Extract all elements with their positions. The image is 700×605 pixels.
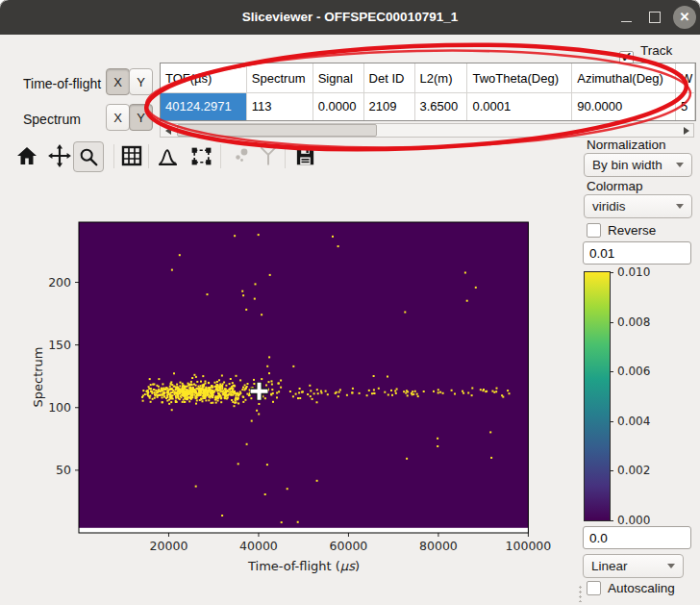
normalization-label: Normalization	[587, 138, 666, 152]
column-header: W	[676, 63, 695, 93]
toolbar-separator	[220, 144, 221, 168]
dimension-label-time-of-flight: Time-of-flight	[23, 76, 101, 91]
close-button[interactable]: ✕	[670, 0, 699, 35]
column-header: TOF(µs)	[161, 63, 247, 93]
right-arrow-icon	[684, 127, 689, 135]
table-cell[interactable]: 5	[676, 93, 695, 120]
region-selection-button[interactable]	[187, 141, 215, 170]
cursor-info-table[interactable]: TOF(µs)SpectrumSignalDet IDL2(m)TwoTheta…	[160, 63, 696, 121]
dimension-label-spectrum: Spectrum	[23, 112, 81, 127]
y-tick-label: 200	[48, 275, 71, 290]
zoom-button[interactable]	[73, 141, 104, 172]
colorbar-tick	[610, 371, 613, 372]
axes-spines	[79, 222, 528, 533]
colorbar-min-input[interactable]	[583, 526, 691, 549]
normalization-value: By bin width	[592, 158, 676, 172]
pan-button[interactable]	[45, 141, 74, 170]
scrollbar-track[interactable]	[175, 124, 679, 137]
cursor-crosshair-outline	[250, 382, 268, 400]
autoscaling-label: Autoscaling	[608, 581, 675, 595]
time-of-flight-y-button[interactable]: Y	[129, 68, 153, 95]
reverse-label: Reverse	[608, 223, 656, 238]
colorbar-tick	[610, 322, 613, 323]
time-of-flight-x-button[interactable]: X	[106, 68, 130, 95]
peaks-overlay-icon	[256, 143, 281, 168]
colorbar-tick	[610, 421, 613, 422]
colorbar[interactable]	[585, 272, 610, 520]
x-tick-label: 20000	[150, 539, 188, 553]
home-button[interactable]	[12, 141, 41, 170]
scatter-points	[141, 234, 511, 523]
spectrum-y-button[interactable]: Y	[129, 104, 153, 131]
non-orthogonal-view-button[interactable]	[227, 141, 256, 170]
y-axis-label: Spectrum	[31, 347, 45, 408]
scrollbar-left-arrow[interactable]	[161, 124, 175, 137]
autoscaling-checkbox-box[interactable]	[587, 581, 601, 595]
cursor-crosshair	[251, 383, 268, 400]
reverse-checkbox[interactable]: Reverse	[587, 223, 656, 238]
chevron-down-icon	[676, 163, 684, 167]
x-tick-label: 40000	[239, 539, 278, 553]
y-tick-label: 100	[48, 400, 71, 415]
column-header: Det ID	[364, 63, 415, 93]
peaks-overlay-button[interactable]	[254, 141, 283, 170]
table-cell[interactable]: 90.0000	[572, 93, 676, 120]
reverse-checkbox-box[interactable]	[587, 223, 601, 238]
pan-icon	[47, 143, 72, 168]
chevron-down-icon	[667, 564, 675, 568]
grid-icon	[120, 144, 143, 167]
colormap-dropdown[interactable]: viridis	[584, 194, 692, 218]
autoscaling-checkbox[interactable]: Autoscaling	[587, 581, 675, 595]
table-cell[interactable]: 0.0001	[467, 93, 572, 120]
colorbar-tick-label: 0.004	[617, 415, 650, 428]
table-cell[interactable]: 40124.2971	[161, 93, 247, 120]
colorbar-tick	[610, 520, 613, 521]
plot-data-area[interactable]	[79, 222, 528, 533]
normalization-dropdown[interactable]: By bin width	[584, 153, 692, 177]
column-header: Spectrum	[247, 63, 313, 93]
table-cell[interactable]: 3.6500	[415, 93, 468, 120]
left-arrow-icon	[165, 127, 171, 135]
grid-button[interactable]	[117, 141, 146, 170]
colorbar-tick-label: 0.006	[617, 365, 650, 378]
no-data-band	[79, 528, 528, 533]
colorbar-max-input[interactable]	[583, 241, 691, 265]
x-tick-label: 60000	[330, 539, 368, 553]
non-orthogonal-view-icon	[230, 144, 253, 167]
close-icon: ✕	[673, 6, 696, 29]
zoom-icon	[78, 146, 99, 167]
home-icon	[15, 144, 38, 167]
chevron-down-icon	[676, 204, 684, 209]
table-cell[interactable]: 0.0000	[313, 93, 364, 120]
x-axis-label: Time-of-flight (µs)	[247, 559, 360, 573]
colorbar-tick-label: 0.010	[617, 265, 650, 279]
scrollbar-thumb[interactable]	[177, 124, 377, 137]
y-tick-label: 150	[48, 338, 71, 352]
colorbar-tick	[610, 272, 613, 273]
toolbar-separator	[113, 144, 114, 168]
maximize-button[interactable]	[642, 0, 667, 35]
x-tick-label: 80000	[419, 539, 458, 553]
line-plots-button[interactable]	[153, 141, 182, 170]
colorbar-tick	[610, 470, 613, 471]
table-cell[interactable]: 113	[247, 93, 313, 120]
splitter-handle[interactable]	[578, 585, 583, 602]
x-tick-label: 100000	[506, 539, 552, 553]
column-header: Azimuthal(Deg)	[572, 63, 676, 93]
minimize-button[interactable]	[613, 0, 638, 35]
toolbar-separator	[148, 144, 149, 168]
column-header: L2(m)	[415, 63, 468, 93]
colormap-label: Colormap	[587, 179, 643, 193]
table-cell[interactable]: 2109	[364, 93, 415, 120]
spectrum-x-button[interactable]: X	[106, 104, 130, 131]
column-header: TwoTheta(Deg)	[467, 63, 572, 93]
region-selection-icon	[189, 144, 213, 168]
scale-value: Linear	[591, 559, 667, 573]
scrollbar-right-arrow[interactable]	[679, 124, 693, 137]
table-horizontal-scrollbar[interactable]	[160, 123, 694, 138]
table-row: 40124.29711130.000021093.65000.000190.00…	[161, 93, 695, 120]
save-button[interactable]	[290, 141, 319, 170]
colormap-value: viridis	[592, 199, 676, 214]
sliceviewer-window: Sliceviewer - OFFSPEC00010791_1 ✕ Time-o…	[0, 0, 700, 605]
scale-dropdown[interactable]: Linear	[583, 554, 684, 578]
